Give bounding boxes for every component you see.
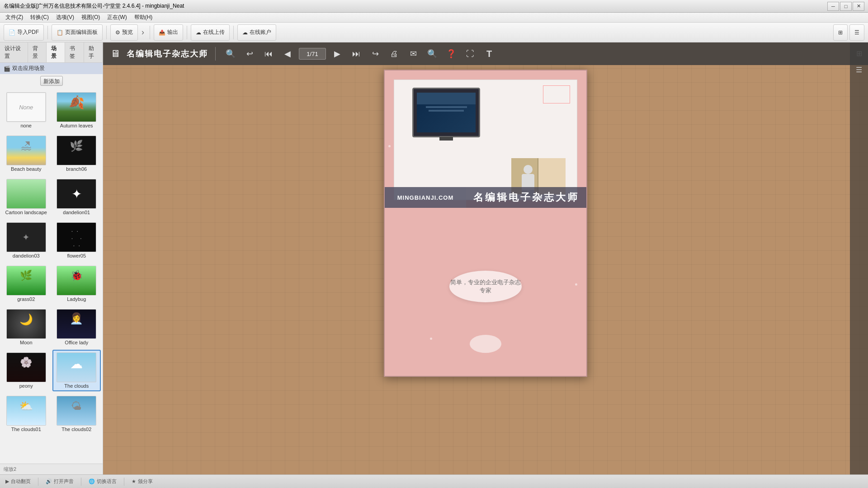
page-input[interactable] <box>299 48 326 60</box>
scene-label-ladybug: Ladybug <box>67 296 86 302</box>
text-button[interactable]: T <box>481 46 497 61</box>
screen-line1 <box>426 106 467 108</box>
toolbar-separator4 <box>187 26 187 39</box>
scene-label-autumn: Autumn leaves <box>60 123 93 128</box>
add-scene-button[interactable]: 新添加 <box>40 76 63 86</box>
scene-thumb-theclouds <box>57 352 96 382</box>
scene-item-branch06[interactable]: branch06 <box>52 133 101 174</box>
forward-button[interactable]: ↪ <box>368 46 383 61</box>
scene-item-peony[interactable]: peony <box>2 350 51 391</box>
minimize-button[interactable]: ─ <box>827 2 839 11</box>
small-cloud-bubble <box>470 335 501 353</box>
page-banner: MINGBIANJI.COM 名编辑电子杂志大师 <box>385 187 586 208</box>
scene-item-moon[interactable]: Moon <box>2 306 51 348</box>
scene-item-flower05[interactable]: flower05 <box>52 220 101 261</box>
scene-grid: None none Autumn leaves Beach beauty <box>2 89 101 435</box>
maximize-button[interactable]: □ <box>840 2 852 11</box>
toolbar-separator2 <box>106 26 107 39</box>
scene-item-clouds01[interactable]: The clouds01 <box>2 393 51 435</box>
scene-item-cartoon[interactable]: Cartoon landscape <box>2 176 51 218</box>
output-icon: 📤 <box>159 29 165 36</box>
arrow-icon: › <box>140 26 146 39</box>
toolbar: 📄 导入PDF 📋 页面编辑面板 ⚙ 预览 › 📤 输出 ☁ 在线上传 ☁ 在线… <box>0 23 868 42</box>
scene-thumb-cartoon <box>6 179 46 209</box>
nav-separator <box>215 47 216 61</box>
zoom-in-button[interactable]: 🔍 <box>223 46 238 61</box>
upload-button[interactable]: ☁ 在线上传 <box>191 24 230 41</box>
scene-item-dandelion01[interactable]: dandelion01 <box>52 176 101 218</box>
tab-bookmark[interactable]: 书签 <box>65 42 84 62</box>
fullscreen-button[interactable]: ⛶ <box>462 46 478 61</box>
page-editor-button[interactable]: 📋 页面编辑面板 <box>52 24 103 41</box>
tab-background[interactable]: 背景 <box>28 42 47 62</box>
scene-list: None none Autumn leaves Beach beauty <box>0 88 103 464</box>
scene-label-dandelion03: dandelion03 <box>13 253 40 258</box>
score-status[interactable]: ★ 颁分享 <box>132 478 153 485</box>
statusbar: ▶ 自动翻页 🔊 打开声音 🌐 切换语言 ★ 颁分享 <box>0 474 868 488</box>
prev-page-button[interactable]: ◀ <box>280 46 295 61</box>
menu-convert[interactable]: 转换(C) <box>27 13 52 22</box>
scene-item-none[interactable]: None none <box>2 89 51 131</box>
scene-item-grass02[interactable]: grass02 <box>2 263 51 305</box>
scene-label-cartoon: Cartoon landscape <box>5 210 47 215</box>
selection-indicator <box>543 85 570 103</box>
view-toggle-button[interactable]: ⊞ <box>833 24 848 41</box>
monitor-element <box>412 88 480 137</box>
email-button[interactable]: ✉ <box>406 46 421 61</box>
tab-scene[interactable]: 场景 <box>47 42 65 62</box>
scene-item-office[interactable]: Office lady <box>52 306 101 348</box>
settings-button[interactable]: ☰ <box>849 24 864 41</box>
page-outer: MINGBIANJI.COM 名编辑电子杂志大师 简单，专业的企业电子杂志专家 <box>385 70 586 376</box>
scene-label-office: Office lady <box>65 340 88 345</box>
figure-head <box>524 165 533 174</box>
auto-flip-icon: ▶ <box>5 479 9 484</box>
preview-button[interactable]: ⚙ 预览 <box>110 24 138 41</box>
scene-item-clouds02[interactable]: The clouds02 <box>52 393 101 435</box>
scene-item-autumn[interactable]: Autumn leaves <box>52 89 101 131</box>
menu-help[interactable]: 帮助(H) <box>131 13 156 22</box>
page-image-area <box>394 80 577 200</box>
scene-item-beach[interactable]: Beach beauty <box>2 133 51 174</box>
scene-label-dandelion01: dandelion01 <box>63 210 90 215</box>
close-button[interactable]: ✕ <box>853 2 864 11</box>
magazine-page: MINGBIANJI.COM 名编辑电子杂志大师 简单，专业的企业电子杂志专家 <box>384 70 587 377</box>
screen-top <box>417 93 476 104</box>
scene-label-flower05: flower05 <box>67 253 86 258</box>
next-page-button[interactable]: ▶ <box>330 46 345 61</box>
help-button[interactable]: ❓ <box>443 46 459 61</box>
scene-item-theclouds[interactable]: The clouds <box>52 350 101 391</box>
print-button[interactable]: 🖨 <box>387 46 402 61</box>
sound-status[interactable]: 🔊 打开声音 <box>46 478 74 485</box>
illustration-area <box>399 83 572 197</box>
undo-button[interactable]: ↩ <box>242 46 257 61</box>
output-button[interactable]: 📤 输出 <box>154 24 183 41</box>
import-pdf-button[interactable]: 📄 导入PDF <box>4 24 44 41</box>
status-sep3 <box>124 478 124 486</box>
scene-item-dandelion03[interactable]: dandelion03 <box>2 220 51 261</box>
lang-status[interactable]: 🌐 切换语言 <box>89 478 117 485</box>
scene-thumb-none: None <box>6 92 46 122</box>
sound-label: 打开声音 <box>54 478 74 485</box>
center-area: 🖥 名编辑电子杂志大师 🔍 ↩ ⏮ ◀ ▶ ⏭ ↪ 🖨 ✉ 🔍 ❓ ⛶ T <box>103 42 868 474</box>
menu-options[interactable]: 选项(V) <box>52 13 78 22</box>
view-icon: ⊞ <box>838 29 843 36</box>
scene-label-clouds01: The clouds01 <box>11 427 41 432</box>
scene-label-grass02: grass02 <box>17 296 35 302</box>
menu-view[interactable]: 视图(O) <box>78 13 104 22</box>
cloud-account-button[interactable]: ☁ 在线账户 <box>237 24 276 41</box>
tab-assistant[interactable]: 助手 <box>84 42 103 62</box>
app-title: 名编辑电子杂志大师 <box>127 48 208 59</box>
scene-thumb-branch06 <box>57 136 96 165</box>
menu-window[interactable]: 正在(W) <box>104 13 130 22</box>
tab-design[interactable]: 设计设置 <box>0 42 28 62</box>
last-page-button[interactable]: ⏭ <box>349 46 364 61</box>
toolbar-separator <box>47 26 48 39</box>
scene-item-ladybug[interactable]: Ladybug <box>52 263 101 305</box>
first-page-button[interactable]: ⏮ <box>261 46 276 61</box>
auto-flip-status[interactable]: ▶ 自动翻页 <box>5 478 31 485</box>
scene-label-branch06: branch06 <box>66 166 87 172</box>
scene-thumb-dandelion01 <box>57 179 96 209</box>
search-button[interactable]: 🔍 <box>425 46 440 61</box>
scene-label-beach: Beach beauty <box>11 166 41 172</box>
menu-file[interactable]: 文件(Z) <box>2 13 27 22</box>
